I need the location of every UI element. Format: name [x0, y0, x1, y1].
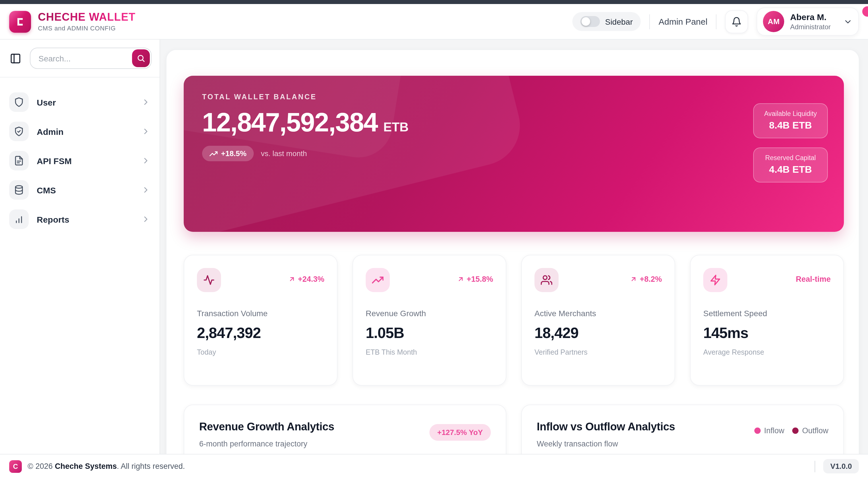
- stat-caption: Average Response: [703, 348, 831, 356]
- stat-caption: ETB This Month: [366, 348, 493, 356]
- stat-card-active-merchants: +8.2% Active Merchants 18,429 Verified P…: [521, 255, 675, 386]
- sidebar-item-label: Admin: [37, 127, 63, 136]
- copyright-text: © 2026 Cheche Systems. All rights reserv…: [28, 462, 185, 471]
- app-subtitle: CMS and ADMIN CONFIG: [38, 25, 135, 32]
- sidebar-item-reports[interactable]: Reports: [9, 210, 150, 229]
- stat-label: Transaction Volume: [197, 309, 324, 318]
- sidebar-toggle-switch[interactable]: [580, 16, 600, 27]
- chevron-right-icon: [141, 156, 150, 165]
- divider: [716, 14, 717, 29]
- chevron-right-icon: [141, 98, 150, 107]
- sidebar-item-label: CMS: [37, 185, 56, 195]
- chevron-right-icon: [141, 185, 150, 194]
- balance-content: TOTAL WALLET BALANCE 12,847,592,384 ETB …: [184, 76, 844, 232]
- arrow-up-right-icon: [288, 276, 296, 283]
- activity-icon: [197, 268, 221, 292]
- card-subtitle: Weekly transaction flow: [537, 440, 675, 448]
- cheche-wallet-dashboard: CHECHE WALLET CMS and ADMIN CONFIG Sideb…: [0, 0, 868, 478]
- sidebar-toggle-label: Sidebar: [605, 17, 633, 26]
- chevron-right-icon: [141, 215, 150, 224]
- arrow-up-right-icon: [457, 276, 464, 283]
- side-stat-value: 4.4B ETB: [757, 164, 824, 176]
- balance-amount: 12,847,592,384: [202, 108, 378, 136]
- zap-icon: [703, 268, 727, 292]
- footer-right: V1.0.0: [815, 459, 859, 473]
- sidebar-nav: User Admin: [0, 77, 160, 254]
- stat-value: 2,847,392: [197, 324, 324, 342]
- sidebar-search-row: [0, 40, 160, 77]
- file-text-icon: [9, 151, 29, 170]
- database-icon: [9, 180, 29, 200]
- stat-caption: Verified Partners: [534, 348, 662, 356]
- sidebar-item-api-fsm[interactable]: API FSM: [9, 151, 150, 170]
- trending-up-icon: [366, 268, 390, 292]
- balance-label: TOTAL WALLET BALANCE: [202, 93, 826, 101]
- search-icon: [136, 54, 145, 63]
- sidebar-item-user[interactable]: User: [9, 92, 150, 112]
- available-liquidity-box: Available Liquidity 8.4B ETB: [753, 103, 828, 138]
- collapse-sidebar-button[interactable]: [9, 51, 22, 65]
- dashboard-panel: TOTAL WALLET BALANCE 12,847,592,384 ETB …: [166, 49, 859, 478]
- stat-label: Revenue Growth: [366, 309, 493, 318]
- stat-caption: Today: [197, 348, 324, 356]
- avatar: AM: [763, 11, 784, 32]
- sidebar-item-label: Reports: [37, 214, 69, 224]
- stat-card-settlement-speed: Real-time Settlement Speed 145ms Average…: [690, 255, 844, 386]
- chart-legend: Inflow Outflow: [754, 426, 828, 435]
- divider: [815, 460, 815, 472]
- arrow-up-right-icon: [630, 276, 638, 283]
- user-role: Administrator: [790, 23, 831, 31]
- card-title: Revenue Growth Analytics: [199, 421, 334, 433]
- legend-item-inflow: Inflow: [754, 426, 784, 435]
- panel-left-icon: [10, 53, 21, 64]
- stat-value: 145ms: [703, 324, 831, 342]
- toggle-knob: [582, 17, 590, 26]
- sidebar: User Admin: [0, 40, 160, 478]
- balance-change-caption: vs. last month: [261, 150, 307, 158]
- balance-change-badge: +18.5%: [202, 146, 254, 162]
- admin-panel-link[interactable]: Admin Panel: [659, 17, 708, 26]
- footer: C © 2026 Cheche Systems. All rights rese…: [0, 454, 868, 478]
- body: User Admin: [0, 40, 868, 478]
- total-balance-card: TOTAL WALLET BALANCE 12,847,592,384 ETB …: [184, 76, 844, 232]
- side-stat-value: 8.4B ETB: [757, 120, 824, 131]
- notifications-button[interactable]: [725, 10, 748, 33]
- sidebar-item-cms[interactable]: CMS: [9, 180, 150, 200]
- stat-change: +15.8%: [457, 275, 493, 284]
- sidebar-item-admin[interactable]: Admin: [9, 122, 150, 141]
- sidebar-item-label: User: [37, 97, 56, 107]
- app-logo: [9, 11, 31, 32]
- sidebar-toggle[interactable]: Sidebar: [572, 12, 641, 31]
- corner-accent-dot: [862, 6, 868, 17]
- legend-item-outflow: Outflow: [792, 426, 828, 435]
- stat-card-revenue-growth: +15.8% Revenue Growth 1.05B ETB This Mon…: [352, 255, 506, 386]
- stat-change: +24.3%: [288, 275, 324, 284]
- version-badge: V1.0.0: [824, 459, 859, 473]
- stat-change: +8.2%: [630, 275, 662, 284]
- reserved-capital-box: Reserved Capital 4.4B ETB: [753, 148, 828, 183]
- chevron-down-icon: [843, 17, 852, 26]
- stat-value: 1.05B: [366, 324, 493, 342]
- header-actions: Sidebar Admin Panel AM Abera M. Administ…: [572, 7, 859, 36]
- bar-chart-icon: [9, 210, 29, 229]
- stat-label: Active Merchants: [534, 309, 662, 318]
- legend-dot: [754, 427, 761, 434]
- search-button[interactable]: [132, 49, 150, 67]
- shield-icon: [9, 92, 29, 112]
- legend-dot: [792, 427, 799, 434]
- sidebar-item-label: API FSM: [37, 156, 72, 165]
- logo-c-icon: [14, 15, 26, 28]
- side-stat-label: Available Liquidity: [757, 110, 824, 117]
- footer-logo: C: [9, 460, 22, 473]
- user-name: Abera M.: [790, 12, 831, 22]
- stat-change: Real-time: [796, 275, 831, 284]
- balance-side-stats: Available Liquidity 8.4B ETB Reserved Ca…: [753, 103, 828, 183]
- main-content: TOTAL WALLET BALANCE 12,847,592,384 ETB …: [160, 40, 868, 478]
- shield-check-icon: [9, 122, 29, 141]
- divider: [650, 14, 650, 29]
- bell-icon: [732, 17, 742, 27]
- users-icon: [534, 268, 559, 292]
- user-menu[interactable]: AM Abera M. Administrator: [757, 7, 859, 36]
- trending-up-icon: [210, 150, 218, 158]
- card-subtitle: 6-month performance trajectory: [199, 440, 334, 448]
